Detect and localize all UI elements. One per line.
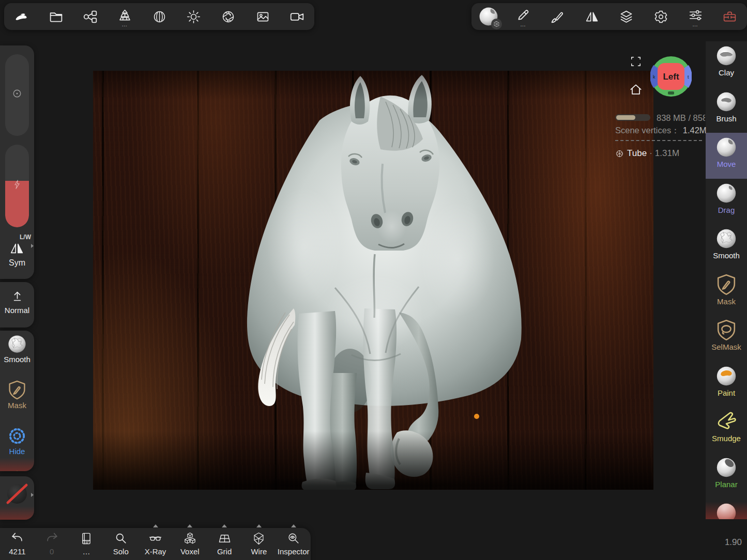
- files-button[interactable]: [39, 3, 73, 30]
- smooth-sphere-icon: [6, 333, 28, 355]
- background-image-button[interactable]: [246, 3, 280, 30]
- debug-toolbox-button[interactable]: [712, 3, 747, 30]
- tool-label: Move: [717, 160, 736, 168]
- mirror-icon: [585, 9, 600, 24]
- submenu-arrow-icon: [31, 244, 34, 248]
- radius-circle-icon: [11, 87, 23, 100]
- tool-partial[interactable]: [706, 499, 747, 519]
- redo-button[interactable]: 0: [35, 528, 69, 560]
- caret-up-icon: [187, 524, 192, 527]
- button-label: Solo: [113, 547, 129, 556]
- tool-clay[interactable]: Clay: [706, 41, 747, 87]
- tool-brush[interactable]: Brush: [706, 87, 747, 133]
- gear-icon: [493, 21, 500, 27]
- gizmo-view-label: Left: [663, 72, 679, 82]
- tool-label: Smooth: [0, 355, 34, 364]
- undo-arrow-icon: [10, 532, 24, 546]
- zoom-level-label: 1.90: [716, 537, 742, 548]
- local-world-label: L/W: [20, 234, 31, 241]
- selmask-shield-icon: [714, 318, 738, 342]
- app-menu-button[interactable]: [4, 3, 39, 30]
- undo-button[interactable]: 4211: [0, 528, 35, 560]
- tool-label: Planar: [715, 480, 737, 489]
- material-sphere-icon: [152, 9, 167, 24]
- tool-move[interactable]: Move: [706, 133, 747, 179]
- painting-button[interactable]: [540, 3, 575, 30]
- scene-graph-button[interactable]: [73, 3, 108, 30]
- sun-icon: [186, 9, 201, 24]
- inspector-button[interactable]: Inspector: [276, 528, 311, 560]
- symmetry-button[interactable]: [575, 3, 609, 30]
- xray-button[interactable]: X-Ray: [138, 528, 173, 560]
- settings-button[interactable]: [644, 3, 678, 30]
- left-slider-panel: L/W Sym: [0, 45, 34, 279]
- clay-sphere-icon: [714, 44, 738, 68]
- tool-label: SelMask: [711, 343, 741, 351]
- button-label: X-Ray: [145, 547, 166, 556]
- partial-sphere-icon: [714, 501, 738, 519]
- tool-label: Drag: [718, 206, 735, 214]
- quick-tool-smooth[interactable]: Smooth: [0, 333, 34, 377]
- lighting-button[interactable]: [176, 3, 211, 30]
- share-nodes-icon: [83, 9, 98, 24]
- sliders-icon: [688, 8, 703, 23]
- orientation-gizmo[interactable]: Left k t: [650, 56, 692, 97]
- wire-hexagon-icon: [252, 532, 266, 546]
- symmetry-mirror-icon[interactable]: [9, 241, 25, 256]
- tool-planar[interactable]: Planar: [706, 453, 747, 499]
- material-button[interactable]: [142, 3, 177, 30]
- lightning-icon: [11, 179, 23, 190]
- video-camera-icon: [289, 9, 304, 24]
- more-dots: …: [692, 23, 698, 26]
- submenu-arrow-icon: [31, 493, 34, 497]
- tool-paint[interactable]: Paint: [706, 362, 747, 408]
- drag-sphere-icon: [714, 181, 738, 205]
- glasses-icon: [148, 532, 162, 546]
- button-label: Inspector: [278, 547, 310, 556]
- tool-drag[interactable]: Drag: [706, 179, 747, 225]
- postprocess-button[interactable]: [211, 3, 246, 30]
- camera-button[interactable]: [280, 3, 314, 30]
- tool-label: Brush: [716, 114, 736, 123]
- toolbox-icon: [722, 9, 737, 24]
- app-logo-icon: [14, 9, 29, 24]
- tool-mask[interactable]: Mask: [706, 270, 747, 316]
- normal-label: Normal: [0, 306, 34, 315]
- tool-smooth[interactable]: Smooth: [706, 224, 747, 270]
- bottom-toolbar: 4211 0 … Solo X-Ray Voxel Grid Wire Insp…: [0, 528, 311, 560]
- active-tool-preview-button[interactable]: [471, 3, 506, 30]
- mask-shield-icon: [6, 379, 28, 401]
- brush-intensity-slider[interactable]: [5, 145, 29, 227]
- voxel-cubes-icon: [183, 532, 197, 546]
- tool-selmask[interactable]: SelMask: [706, 316, 747, 362]
- layers-icon: [619, 9, 634, 24]
- layers-button[interactable]: [609, 3, 644, 30]
- material-off-panel[interactable]: [0, 476, 34, 520]
- tool-smudge[interactable]: Smudge: [706, 407, 747, 453]
- undo-count: 4211: [9, 547, 25, 556]
- quick-tool-mask[interactable]: Mask: [0, 379, 34, 423]
- viewport-canvas[interactable]: [93, 71, 653, 490]
- grid-button[interactable]: Grid: [207, 528, 242, 560]
- quick-tool-hide[interactable]: Hide: [0, 425, 34, 469]
- brush-size-slider[interactable]: [5, 54, 29, 136]
- fullscreen-icon[interactable]: [630, 55, 642, 68]
- tool-label: Paint: [718, 388, 735, 397]
- wire-button[interactable]: Wire: [241, 528, 276, 560]
- paint-sphere-icon: [714, 364, 738, 388]
- redo-arrow-icon: [45, 532, 59, 546]
- inspector-eye-icon: [286, 532, 300, 546]
- stroke-button[interactable]: …: [506, 3, 541, 30]
- solo-button[interactable]: Solo: [103, 528, 138, 560]
- history-button[interactable]: …: [69, 528, 104, 560]
- tool-label: Hide: [0, 447, 34, 456]
- topology-button[interactable]: …: [108, 3, 142, 30]
- notebook-icon: [79, 532, 93, 546]
- stroke-mode-panel[interactable]: Normal: [0, 282, 34, 328]
- voxel-button[interactable]: Voxel: [173, 528, 207, 560]
- home-icon[interactable]: [629, 83, 643, 97]
- parameters-button[interactable]: …: [678, 3, 713, 30]
- more-dots: …: [82, 547, 90, 556]
- no-material-sphere-icon: [5, 481, 29, 506]
- tool-label: Smooth: [713, 251, 740, 260]
